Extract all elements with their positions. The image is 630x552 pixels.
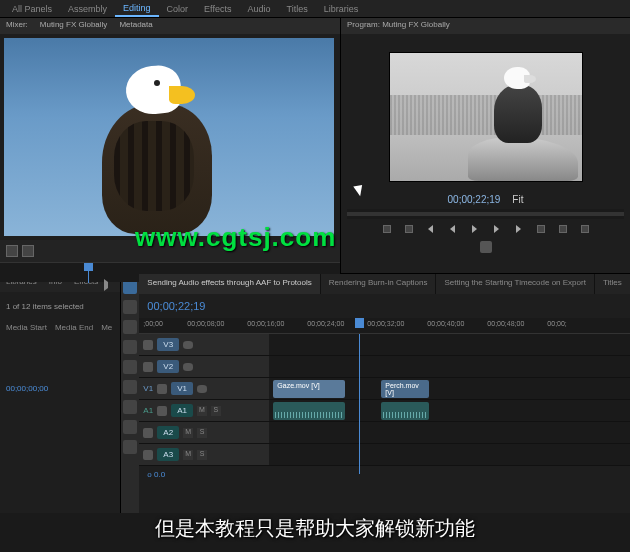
sequence-timecode[interactable]: 00;00;22;19	[139, 294, 630, 318]
track-label-a2[interactable]: A2	[157, 426, 179, 439]
tab-color[interactable]: Color	[159, 2, 197, 16]
mark-out-icon[interactable]	[402, 222, 416, 236]
ruler-mark: 00;00;24;00	[307, 320, 344, 327]
track-label-v1[interactable]: V1	[171, 382, 193, 395]
zoom-level[interactable]: 0.0	[154, 470, 165, 479]
in-point-icon[interactable]	[22, 245, 34, 257]
mute-button[interactable]: M	[197, 406, 207, 416]
track-v1: V1V1 Gaze.mov [V] Perch.mov [V]	[139, 378, 630, 400]
program-title-prefix: Program:	[347, 20, 380, 29]
track-lane[interactable]	[269, 444, 630, 465]
eye-icon[interactable]	[183, 341, 193, 349]
ruler-mark: 00;00;32;00	[367, 320, 404, 327]
track-label-v2[interactable]: V2	[157, 360, 179, 373]
marker-icon[interactable]	[6, 245, 18, 257]
go-to-out-icon[interactable]	[512, 222, 526, 236]
tool-palette	[121, 274, 139, 513]
selection-count: 1 of 12 items selected	[6, 298, 114, 315]
go-to-in-icon[interactable]	[424, 222, 438, 236]
track-v2: V2	[139, 356, 630, 378]
export-frame-icon[interactable]	[578, 222, 592, 236]
ripple-edit-tool-icon[interactable]	[123, 320, 137, 334]
solo-button[interactable]: S	[197, 428, 207, 438]
tab-audio[interactable]: Audio	[239, 2, 278, 16]
play-icon[interactable]	[468, 222, 482, 236]
step-back-icon[interactable]	[446, 222, 460, 236]
lift-icon[interactable]	[534, 222, 548, 236]
track-a3: A3MS	[139, 444, 630, 466]
program-fit-label[interactable]: Fit	[512, 194, 523, 205]
selection-tool-icon[interactable]	[123, 280, 137, 294]
mute-button[interactable]: M	[183, 450, 193, 460]
razor-tool-icon[interactable]	[123, 340, 137, 354]
pen-tool-icon[interactable]	[123, 380, 137, 394]
seq-tab-1[interactable]: Rendering Burn-in Captions	[321, 274, 437, 294]
program-timecode[interactable]: 00;00;22;19	[448, 194, 501, 205]
tab-editing[interactable]: Editing	[115, 1, 159, 17]
seq-tab-2[interactable]: Setting the Starting Timecode on Export	[436, 274, 594, 294]
track-lane[interactable]	[269, 334, 630, 355]
zoom-tool-icon[interactable]	[123, 420, 137, 434]
tab-assembly[interactable]: Assembly	[60, 2, 115, 16]
source-playhead[interactable]	[88, 263, 89, 283]
track-lane[interactable]: Gaze.mov [V] Perch.mov [V]	[269, 378, 630, 399]
track-v3: V3	[139, 334, 630, 356]
program-transport	[341, 219, 630, 239]
lock-icon[interactable]	[143, 450, 153, 460]
clip-perch[interactable]: Perch.mov [V]	[381, 380, 429, 398]
clip-gaze[interactable]: Gaze.mov [V]	[273, 380, 345, 398]
tab-effects[interactable]: Effects	[196, 2, 239, 16]
source-title-prefix: Mixer:	[6, 20, 28, 32]
ruler-mark: 00;00;40;00	[427, 320, 464, 327]
tab-all-panels[interactable]: All Panels	[4, 2, 60, 16]
chevron-right-icon[interactable]	[104, 279, 120, 291]
ruler-mark: ;00;00	[143, 320, 162, 327]
extract-icon[interactable]	[556, 222, 570, 236]
lock-icon[interactable]	[157, 406, 167, 416]
col-me[interactable]: Me	[101, 323, 112, 332]
tab-libraries[interactable]: Libraries	[316, 2, 367, 16]
seq-tab-3[interactable]: Titles	[595, 274, 630, 294]
program-scrubber[interactable]	[347, 209, 624, 219]
source-tab-metadata[interactable]: Metadata	[119, 20, 152, 32]
track-label-v3[interactable]: V3	[157, 338, 179, 351]
program-viewport[interactable]	[389, 52, 583, 182]
lock-icon[interactable]	[143, 362, 153, 372]
col-media-end[interactable]: Media End	[55, 323, 93, 332]
lock-icon[interactable]	[157, 384, 167, 394]
timeline-ruler[interactable]: ;00;00 00;00;08;00 00;00;16;00 00;00;24;…	[139, 318, 630, 334]
ruler-mark: 00;00;16;00	[247, 320, 284, 327]
track-lane[interactable]	[269, 356, 630, 377]
audio-clip[interactable]	[273, 402, 345, 420]
settings-icon[interactable]	[480, 241, 492, 253]
slip-tool-icon[interactable]	[123, 360, 137, 374]
track-label-a3[interactable]: A3	[157, 448, 179, 461]
lock-icon[interactable]	[143, 340, 153, 350]
seq-tab-0[interactable]: Sending Audio effects through AAF to Pro…	[139, 274, 320, 294]
workspace-tabs: All Panels Assembly Editing Color Effect…	[0, 0, 630, 18]
mute-button[interactable]: M	[183, 428, 193, 438]
col-media-start[interactable]: Media Start	[6, 323, 47, 332]
tab-titles[interactable]: Titles	[278, 2, 315, 16]
program-monitor-panel: Program: Muting FX Globally 00;00;22;19 …	[340, 18, 630, 273]
track-a2: A2MS	[139, 422, 630, 444]
eye-icon[interactable]	[183, 363, 193, 371]
lock-icon[interactable]	[143, 428, 153, 438]
track-select-tool-icon[interactable]	[123, 300, 137, 314]
source-title: Muting FX Globally	[40, 20, 108, 32]
eagle-image	[94, 66, 234, 231]
eye-icon[interactable]	[197, 385, 207, 393]
track-lane[interactable]	[269, 422, 630, 443]
hand-tool-icon[interactable]	[123, 400, 137, 414]
solo-button[interactable]: S	[197, 450, 207, 460]
type-tool-icon[interactable]	[123, 440, 137, 454]
subtitle-text: 但是本教程只是帮助大家解锁新功能	[0, 515, 630, 542]
solo-button[interactable]: S	[211, 406, 221, 416]
step-fwd-icon[interactable]	[490, 222, 504, 236]
audio-clip[interactable]	[381, 402, 429, 420]
track-lane[interactable]	[269, 400, 630, 421]
track-label-a1[interactable]: A1	[171, 404, 193, 417]
timeline-playhead[interactable]	[359, 334, 360, 474]
mark-in-icon[interactable]	[380, 222, 394, 236]
source-viewport[interactable]	[4, 38, 334, 236]
